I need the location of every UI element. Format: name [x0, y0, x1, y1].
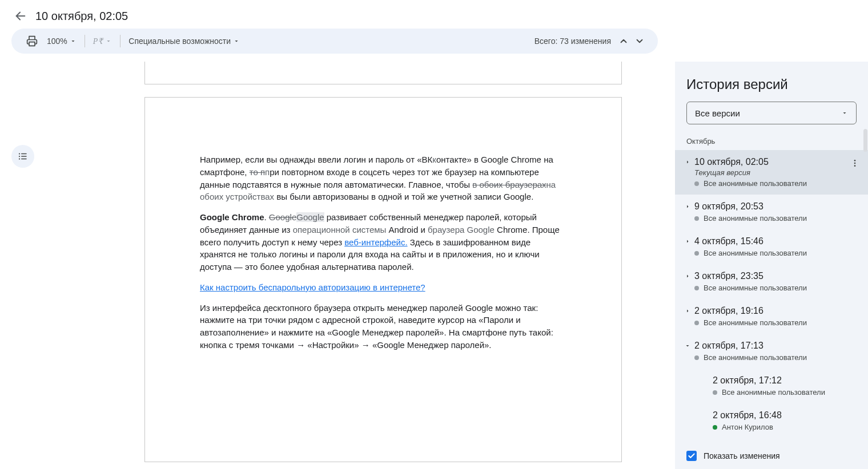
passwordless-auth-link[interactable]: Как настроить беспарольную авторизацию в… [200, 282, 425, 292]
version-item[interactable]: 2 октября, 16:48Антон Курилов [675, 403, 868, 438]
version-date: 4 октября, 15:46 [694, 236, 859, 246]
chevron-down-icon [841, 110, 848, 116]
document-page: Например, если вы однажды ввели логин и … [144, 97, 622, 462]
panel-footer: Показать изменения [675, 442, 868, 469]
doc-paragraph: Google Chrome. GoogleGoogle развивает со… [200, 211, 566, 273]
version-list[interactable]: 10 октября, 02:05Текущая версияВсе анони… [675, 150, 868, 442]
svg-point-10 [854, 165, 856, 167]
prev-change-button[interactable] [616, 33, 632, 49]
accessibility-dropdown[interactable]: Специальные возможности [124, 33, 244, 49]
document-page-previous [144, 62, 622, 84]
author-color-dot [694, 321, 699, 325]
filter-value: Все версии [695, 108, 740, 118]
version-author: Все анонимные пользователи [713, 388, 859, 397]
chevron-down-icon [70, 38, 77, 45]
web-interface-link[interactable]: веб-интерфейс. [344, 237, 407, 247]
chevron-down-icon [634, 36, 645, 46]
version-author: Все анонимные пользователи [694, 284, 859, 292]
author-color-dot [694, 251, 699, 256]
author-color-dot [694, 286, 699, 290]
version-date: 9 октября, 20:53 [694, 201, 859, 212]
mode-label: P₹ [93, 37, 103, 46]
version-history-panel: История версий Все версии Октябрь 10 окт… [675, 62, 868, 469]
chevron-right-icon[interactable] [682, 201, 693, 223]
editing-mode-dropdown[interactable]: P₹ [89, 33, 116, 50]
version-item[interactable]: 4 октября, 15:46Все анонимные пользовате… [675, 229, 868, 264]
version-date: 2 октября, 17:13 [694, 341, 859, 351]
author-color-dot [694, 181, 699, 186]
author-color-dot [713, 390, 717, 395]
toolbar: 100% P₹ Специальные возможности Всего: 7… [11, 29, 658, 54]
version-item[interactable]: 2 октября, 19:16Все анонимные пользовате… [675, 299, 868, 334]
version-date: 3 октября, 23:35 [694, 271, 859, 281]
outline-icon [18, 151, 28, 161]
version-subtitle: Текущая версия [694, 168, 859, 177]
chevron-right-icon[interactable] [682, 271, 693, 292]
version-item[interactable]: 10 октября, 02:05Текущая версияВсе анони… [675, 150, 868, 195]
author-color-dot [694, 216, 699, 221]
version-author: Антон Курилов [713, 423, 859, 431]
back-arrow-button[interactable] [14, 9, 27, 23]
outline-toggle-button[interactable] [11, 145, 34, 168]
doc-paragraph: Как настроить беспарольную авторизацию в… [200, 281, 566, 294]
changes-total-label: Всего: 73 изменения [535, 37, 616, 46]
version-author: Все анонимные пользователи [694, 353, 859, 362]
version-filter-dropdown[interactable]: Все версии [686, 102, 857, 124]
svg-point-2 [19, 153, 20, 154]
version-item[interactable]: 3 октября, 23:35Все анонимные пользовате… [675, 264, 868, 299]
svg-point-6 [19, 158, 20, 159]
version-item[interactable]: 2 октября, 17:13Все анонимные пользовате… [675, 334, 868, 369]
arrow-left-icon [14, 10, 27, 22]
version-author: Все анонимные пользователи [694, 214, 859, 223]
doc-paragraph: Из интерфейса десктопного браузера откры… [200, 302, 566, 351]
doc-paragraph: Например, если вы однажды ввели логин и … [200, 153, 566, 203]
accessibility-label: Специальные возможности [128, 37, 231, 46]
svg-point-4 [19, 156, 20, 157]
toolbar-separator [85, 35, 85, 47]
kebab-icon [850, 159, 859, 168]
chevron-down-icon[interactable] [682, 341, 693, 362]
toolbar-separator [120, 35, 120, 47]
version-item[interactable]: 2 октября, 17:12Все анонимные пользовате… [675, 369, 868, 403]
version-date: 10 октября, 02:05 [694, 157, 859, 167]
version-author: Все анонимные пользователи [694, 179, 859, 188]
chevron-down-icon [105, 38, 112, 45]
show-changes-checkbox[interactable] [686, 451, 697, 461]
panel-title: История версий [675, 62, 868, 102]
author-color-dot [694, 355, 699, 360]
version-date: 2 октября, 17:12 [713, 375, 859, 386]
version-date: 2 октября, 16:48 [713, 410, 859, 421]
chevron-right-icon[interactable] [682, 236, 693, 257]
zoom-dropdown[interactable]: 100% [42, 33, 81, 49]
chevron-down-icon [233, 38, 240, 45]
next-change-button[interactable] [632, 33, 648, 49]
chevron-right-icon[interactable] [682, 306, 693, 327]
svg-point-8 [854, 160, 856, 161]
print-button[interactable] [22, 32, 42, 50]
check-icon [688, 452, 696, 460]
page-title: 10 октября, 02:05 [35, 10, 128, 23]
version-author: Все анонимные пользователи [694, 318, 859, 327]
chevron-right-icon[interactable] [682, 157, 693, 188]
svg-point-9 [854, 163, 856, 164]
scrollbar-thumb[interactable] [863, 129, 867, 152]
chevron-up-icon [618, 36, 629, 46]
version-menu-button[interactable] [849, 157, 861, 169]
show-changes-label: Показать изменения [704, 451, 780, 460]
author-color-dot [713, 425, 717, 430]
version-item[interactable]: 9 октября, 20:53Все анонимные пользовате… [675, 195, 868, 229]
zoom-value: 100% [47, 37, 67, 46]
svg-rect-1 [29, 42, 35, 46]
version-author: Все анонимные пользователи [694, 249, 859, 257]
month-heading: Октябрь [675, 135, 868, 150]
print-icon [26, 35, 38, 47]
document-canvas[interactable]: Например, если вы однажды ввели логин и … [0, 62, 675, 469]
version-date: 2 октября, 19:16 [694, 306, 859, 316]
